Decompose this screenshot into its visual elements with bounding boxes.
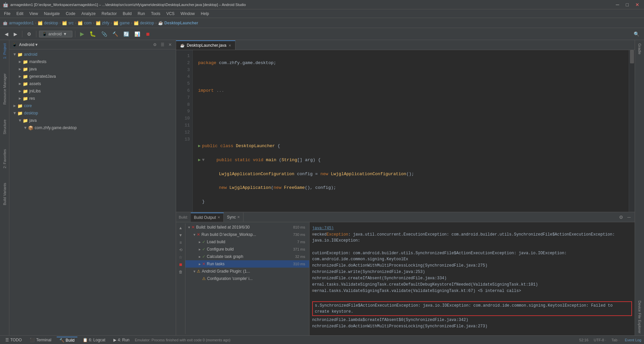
build-action-btn6[interactable]: ⏹ bbox=[177, 262, 184, 268]
tree-expand-desktop[interactable]: ▼ bbox=[12, 111, 17, 115]
build-action-btn4[interactable]: ⟲ bbox=[178, 247, 184, 253]
build-expand-configure[interactable]: ► bbox=[197, 248, 202, 251]
build-item-root[interactable]: ▼ ✕ Build: build failed at 2019/6/30 810… bbox=[185, 224, 309, 231]
status-tab-run[interactable]: ▶ 4: Run bbox=[111, 337, 132, 343]
stop-button[interactable]: ⏹ bbox=[143, 30, 152, 38]
run-button[interactable]: ▶ bbox=[78, 29, 86, 38]
tab-desktoplauncherjava[interactable]: ☕ DesktopLauncher.java ✕ bbox=[176, 40, 235, 50]
profile-button[interactable]: 📊 bbox=[132, 30, 142, 38]
tab-close-btn[interactable]: ✕ bbox=[228, 44, 231, 47]
device-file-explorer-icon[interactable]: Device File Explorer bbox=[637, 299, 642, 335]
tree-expand-manifests[interactable]: ► bbox=[17, 59, 23, 64]
build-item-configure[interactable]: ► ✓ Configure build 371 ms bbox=[185, 246, 309, 253]
editor-scrollbar[interactable] bbox=[629, 50, 635, 212]
tree-item-android[interactable]: ▼ 📁 android bbox=[9, 51, 176, 58]
status-tab-terminal[interactable]: ⬛ Terminal bbox=[27, 337, 54, 343]
output-expand-2[interactable]: ⊞ bbox=[312, 289, 314, 293]
build-item-runtasks[interactable]: ► ✕ Run tasks 310 ms bbox=[185, 260, 309, 268]
build-expand-runtasks[interactable]: ► bbox=[197, 262, 202, 266]
project-layout-btn[interactable]: ☰ bbox=[159, 42, 166, 48]
toolbar-forward[interactable]: ▶ bbox=[12, 30, 19, 38]
menu-run[interactable]: Run bbox=[135, 11, 148, 17]
project-settings-btn[interactable]: ⚙ bbox=[152, 42, 158, 48]
sync-button[interactable]: 🔄 bbox=[121, 30, 131, 38]
tree-item-generatedjava[interactable]: ► 📁 generatedJava bbox=[9, 73, 176, 80]
menu-analyze[interactable]: Analyze bbox=[79, 11, 98, 17]
build-variants-icon[interactable]: Build Variants bbox=[2, 181, 7, 207]
tree-item-manifests[interactable]: ► 📁 manifests bbox=[9, 58, 176, 65]
tree-expand-jnilibs[interactable]: ► bbox=[17, 89, 23, 93]
build-expand-load[interactable]: ► bbox=[197, 240, 202, 244]
menu-view[interactable]: View bbox=[27, 11, 41, 17]
tree-item-core[interactable]: ► 📁 core bbox=[9, 102, 176, 109]
toolbar-settings[interactable]: ⚙ bbox=[25, 30, 33, 38]
tree-item-package[interactable]: ▼ 📦 com.zhfy.game.desktop bbox=[9, 124, 176, 131]
toolbar-back[interactable]: ◀ bbox=[3, 30, 10, 38]
output-expand-1[interactable]: ⊞ bbox=[312, 232, 314, 237]
build-button[interactable]: 🔨 bbox=[110, 30, 120, 38]
tree-expand-desktop-java[interactable]: ▼ bbox=[17, 118, 23, 123]
tree-item-assets[interactable]: ► 📁 assets bbox=[9, 80, 176, 87]
structure-icon[interactable]: Structure bbox=[2, 117, 7, 136]
tree-expand-java[interactable]: ► bbox=[17, 67, 23, 71]
event-log[interactable]: Event Log bbox=[625, 338, 641, 342]
status-tab-todo[interactable]: ☰ TODO bbox=[3, 337, 24, 343]
favorites-icon[interactable]: 2: Favorites bbox=[2, 147, 7, 170]
bottom-close-btn[interactable]: ─ bbox=[626, 214, 632, 221]
build-item-gradle[interactable]: ▼ ⚠ Android Gradle Plugin: (1... bbox=[185, 268, 309, 275]
tree-item-desktop-java[interactable]: ▼ 📁 java bbox=[9, 117, 176, 124]
tree-expand-package[interactable]: ▼ bbox=[23, 125, 28, 130]
tree-item-desktop[interactable]: ▼ 📁 desktop bbox=[9, 109, 176, 117]
attach-debug-button[interactable]: 📎 bbox=[99, 30, 109, 38]
build-expand-gradle[interactable]: ▼ bbox=[192, 270, 197, 273]
android-module-selector[interactable]: 📱 android ▼ bbox=[39, 31, 72, 37]
maximize-button[interactable]: □ bbox=[624, 1, 631, 8]
breadcrumb-desktop[interactable]: desktop bbox=[44, 21, 58, 25]
build-item-load[interactable]: ► ✓ Load build 7 ms bbox=[185, 238, 309, 246]
menu-window[interactable]: Window bbox=[178, 11, 197, 17]
menu-edit[interactable]: Edit bbox=[14, 11, 26, 17]
build-output-panel[interactable]: java:745) ⊞eckedException: java.util.con… bbox=[309, 222, 635, 335]
menu-code[interactable]: Code bbox=[63, 11, 78, 17]
build-item-run[interactable]: ▼ ✕ Run build D:\eclipse_Worksp... 730 m… bbox=[185, 231, 309, 238]
build-expand-calc[interactable]: ► bbox=[197, 255, 202, 259]
project-close-btn[interactable]: ✕ bbox=[167, 42, 173, 48]
status-tab-build[interactable]: 🔨 Build bbox=[57, 337, 77, 343]
build-action-btn7[interactable]: 🗑 bbox=[177, 269, 184, 275]
build-action-btn1[interactable]: ▲ bbox=[177, 225, 184, 231]
menu-help[interactable]: Help bbox=[198, 11, 212, 17]
tab-build-output[interactable]: Build Output ✕ bbox=[191, 213, 224, 222]
output-link-1[interactable]: java:745) bbox=[312, 226, 334, 231]
tree-item-java[interactable]: ► 📁 java bbox=[9, 65, 176, 73]
menu-file[interactable]: File bbox=[1, 11, 13, 17]
breadcrumb-desktop2[interactable]: desktop bbox=[140, 21, 154, 25]
build-expand-root[interactable]: ▼ bbox=[187, 226, 191, 229]
build-action-btn2[interactable]: ▼ bbox=[177, 232, 184, 238]
build-item-compile[interactable]: ⚠ Configuration 'compile' i... bbox=[185, 275, 309, 282]
breadcrumb-zhfy[interactable]: zhfy bbox=[102, 21, 109, 25]
close-button[interactable]: ✕ bbox=[633, 1, 641, 8]
build-expand-run[interactable]: ▼ bbox=[192, 233, 197, 237]
breadcrumb-game[interactable]: game bbox=[120, 21, 130, 25]
breadcrumb-src[interactable]: src bbox=[68, 21, 74, 25]
status-tab-logcat[interactable]: 📋 6: Logcat bbox=[80, 337, 108, 343]
project-sidebar-icon[interactable]: 1: Project bbox=[2, 41, 7, 61]
tree-item-jnilibs[interactable]: ► 📁 jniLibs bbox=[9, 87, 176, 95]
tree-expand-android[interactable]: ▼ bbox=[12, 52, 17, 57]
tree-expand-generatedjava[interactable]: ► bbox=[17, 74, 23, 79]
tree-expand-core[interactable]: ► bbox=[12, 103, 17, 108]
tree-expand-assets[interactable]: ► bbox=[17, 81, 23, 86]
resource-manager-icon[interactable]: Resource Manager bbox=[2, 71, 7, 107]
tab-build-output-close[interactable]: ✕ bbox=[217, 216, 220, 219]
tree-item-res[interactable]: ► 📁 res bbox=[9, 95, 176, 102]
menu-refactor[interactable]: Refactor bbox=[99, 11, 119, 17]
code-content[interactable]: package com.zhfy.game.desktop; import ..… bbox=[193, 50, 629, 212]
breadcrumb-file[interactable]: DesktopLauncher bbox=[164, 21, 198, 25]
bottom-settings-btn[interactable]: ⚙ bbox=[618, 214, 625, 221]
build-item-calc[interactable]: ► ✓ Calculate task graph 32 ms bbox=[185, 253, 309, 260]
menu-tools[interactable]: Tools bbox=[148, 11, 163, 17]
tab-sync-close[interactable]: ✕ bbox=[237, 215, 240, 219]
breadcrumb-armageddon[interactable]: armageddon1 bbox=[9, 21, 34, 25]
menu-navigate[interactable]: Navigate bbox=[41, 11, 62, 17]
build-action-btn5[interactable]: ☆ bbox=[177, 254, 184, 260]
